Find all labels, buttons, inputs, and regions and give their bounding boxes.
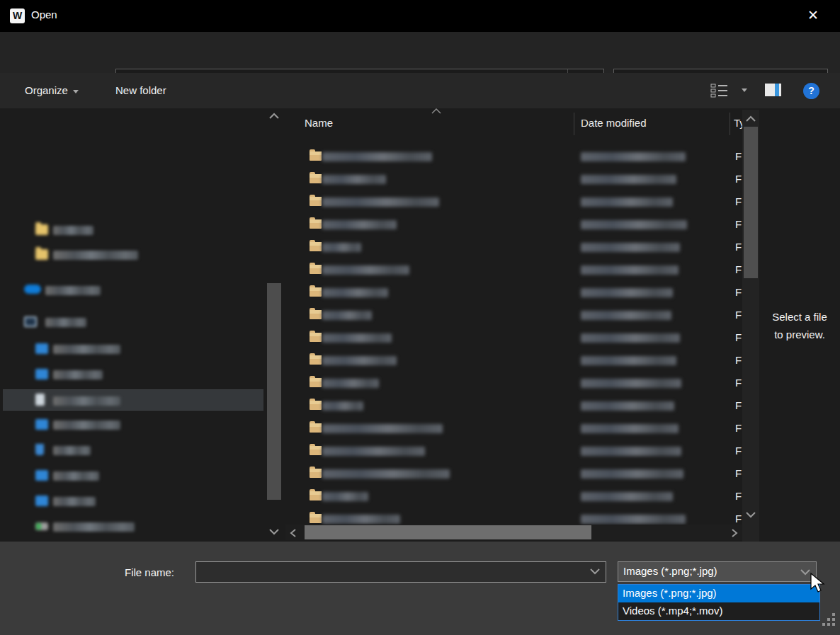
preview-pane-icon[interactable] <box>765 84 781 96</box>
file-name-combo[interactable] <box>195 561 606 583</box>
sidebar-item[interactable] <box>3 491 263 512</box>
close-button[interactable]: ✕ <box>793 0 833 31</box>
blue-icon <box>35 343 48 354</box>
sidebar-item[interactable] <box>3 280 263 301</box>
redacted-label <box>53 370 103 379</box>
sidebar-item[interactable] <box>3 311 263 333</box>
sidebar-item[interactable] <box>3 414 263 435</box>
file-row[interactable]: F <box>285 190 742 213</box>
option-videos[interactable]: Videos (*.mp4;*.mov) <box>618 602 819 620</box>
file-row[interactable]: F <box>285 394 742 417</box>
scroll-down-icon[interactable] <box>746 512 756 518</box>
file-row[interactable]: F <box>285 485 742 508</box>
file-list-hscrollbar[interactable] <box>285 525 742 540</box>
file-row[interactable]: F <box>285 349 742 372</box>
file-name-input[interactable] <box>199 564 581 580</box>
redacted-date-modified <box>581 401 674 411</box>
scroll-down-icon[interactable] <box>269 529 285 543</box>
redacted-label <box>53 421 120 430</box>
pc-icon <box>24 316 37 327</box>
redacted-date-modified <box>581 152 686 161</box>
sidebar-item[interactable] <box>3 244 263 265</box>
redacted-file-name <box>322 198 439 207</box>
sort-ascending-icon <box>431 108 442 114</box>
scroll-up-icon[interactable] <box>746 115 756 122</box>
type-cell: F <box>735 354 742 366</box>
redacted-date-modified <box>581 265 679 275</box>
file-type-dropdown[interactable]: Images (*.png;*.jpg) <box>618 561 817 582</box>
redacted-file-name <box>322 447 425 456</box>
scroll-left-icon[interactable] <box>290 529 296 537</box>
sidebar-item[interactable] <box>3 516 263 537</box>
navigation-bar: This PC Documents ↻ <box>0 32 840 73</box>
redacted-date-modified <box>581 492 673 501</box>
sidebar-item[interactable] <box>3 364 263 385</box>
mouse-cursor <box>810 572 827 595</box>
file-row[interactable]: F <box>285 462 742 485</box>
type-cell: F <box>735 331 742 343</box>
type-cell: F <box>735 399 742 411</box>
file-row[interactable]: F <box>285 168 742 190</box>
details-view-icon[interactable] <box>710 84 729 98</box>
file-list-vscrollbar[interactable] <box>742 110 759 542</box>
sidebar-item[interactable] <box>3 338 263 360</box>
file-row[interactable]: F <box>285 281 742 304</box>
help-icon[interactable]: ? <box>803 83 819 99</box>
scroll-up-icon[interactable] <box>269 113 285 127</box>
chevron-down-icon[interactable] <box>590 568 600 575</box>
organize-button[interactable]: Organize <box>25 84 79 96</box>
disk-green-icon <box>35 522 48 530</box>
file-row[interactable]: F <box>285 417 742 440</box>
scrollbar-thumb[interactable] <box>305 525 591 539</box>
main-content: Name Date modified Ty FFFFFFFFFFFFFFFFF … <box>0 108 840 542</box>
file-row[interactable]: F <box>285 304 742 326</box>
option-images[interactable]: Images (*.png;*.jpg) <box>618 585 819 602</box>
file-row[interactable]: F <box>285 258 742 281</box>
sidebar-item[interactable] <box>3 219 263 241</box>
redacted-file-name <box>322 401 363 411</box>
redacted-file-name <box>322 243 361 252</box>
type-cell: F <box>735 263 742 275</box>
type-cell: F <box>735 513 742 525</box>
resize-grip-icon[interactable] <box>822 613 837 628</box>
type-cell: F <box>735 422 742 434</box>
scrollbar-thumb[interactable] <box>267 283 281 500</box>
column-header-name[interactable]: Name <box>305 117 333 129</box>
redacted-date-modified <box>581 515 686 524</box>
type-cell: F <box>735 195 742 207</box>
scrollbar-thumb[interactable] <box>744 127 758 278</box>
redacted-file-name <box>322 469 450 479</box>
preview-pane: Select a file to preview. <box>759 108 840 542</box>
sidebar-item[interactable] <box>3 465 263 486</box>
redacted-date-modified <box>581 311 671 320</box>
redacted-file-name <box>322 356 397 365</box>
file-row[interactable]: F <box>285 145 742 168</box>
scroll-right-icon[interactable] <box>732 529 738 537</box>
sidebar-item-selected[interactable] <box>3 389 263 411</box>
file-row[interactable]: F <box>285 372 742 394</box>
redacted-date-modified <box>581 288 673 297</box>
redacted-date-modified <box>581 243 680 252</box>
open-dialog: W Open ✕ This PC Documents ↻ Organize Ne… <box>0 0 840 635</box>
sidebar-scrollbar[interactable] <box>266 108 282 542</box>
redacted-date-modified <box>581 220 687 229</box>
redacted-label <box>53 251 138 260</box>
redacted-label <box>45 286 101 295</box>
file-row[interactable]: F <box>285 236 742 258</box>
file-row[interactable]: F <box>285 213 742 236</box>
folder-icon <box>35 249 48 260</box>
sidebar-item[interactable] <box>3 440 263 461</box>
preview-message: Select a file to preview. <box>759 308 840 343</box>
new-folder-button[interactable]: New folder <box>115 84 166 96</box>
file-row[interactable]: F <box>285 440 742 462</box>
caret-down-icon <box>73 90 79 93</box>
view-options-caret-icon[interactable] <box>742 88 747 92</box>
column-header-date-modified[interactable]: Date modified <box>581 117 647 129</box>
type-cell: F <box>735 241 742 253</box>
redacted-date-modified <box>581 447 681 456</box>
redacted-file-name <box>322 311 372 320</box>
file-name-label: File name: <box>85 566 174 578</box>
redacted-date-modified <box>581 469 683 479</box>
type-cell: F <box>735 173 742 185</box>
file-row[interactable]: F <box>285 326 742 349</box>
